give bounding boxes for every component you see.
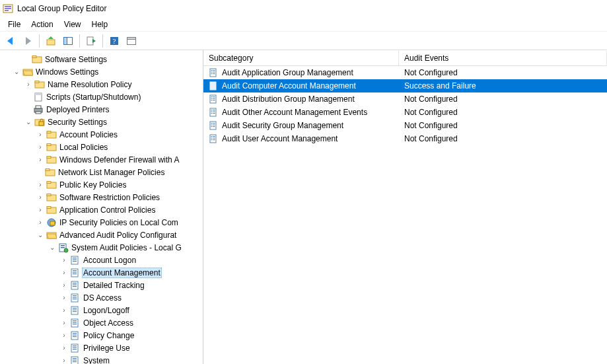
list-row[interactable]: Audit User Account ManagementNot Configu…	[203, 132, 607, 145]
svg-rect-82	[73, 349, 77, 349]
column-header-subcategory[interactable]: Subcategory	[203, 51, 399, 65]
menu-file[interactable]: File	[3, 18, 26, 30]
menu-action[interactable]: Action	[26, 18, 58, 30]
chevron-right-icon[interactable]: ›	[59, 293, 69, 303]
chevron-right-icon[interactable]: ›	[36, 143, 45, 152]
tree-node-deployed-printers[interactable]: Deployed Printers	[0, 103, 203, 116]
tree-node-security-settings[interactable]: ⌄ Security Settings	[0, 116, 203, 128]
chevron-right-icon[interactable]: ›	[36, 130, 45, 139]
tree-node-pkp[interactable]: › Public Key Policies	[0, 178, 203, 191]
chevron-down-icon[interactable]: ⌄	[48, 243, 57, 252]
svg-rect-85	[73, 359, 77, 360]
tree-label: Network List Manager Policies	[57, 168, 166, 177]
list-row[interactable]: Audit Application Group ManagementNot Co…	[203, 66, 607, 79]
help-button[interactable]: ?	[106, 34, 122, 48]
chevron-right-icon[interactable]: ›	[36, 218, 45, 227]
tree-node-wdf[interactable]: › Windows Defender Firewall with A	[0, 153, 203, 166]
tree-node-detailed-tracking[interactable]: ›Detailed Tracking	[0, 279, 203, 291]
chevron-right-icon[interactable]: ›	[36, 155, 45, 164]
chevron-right-icon[interactable]: ›	[59, 306, 69, 315]
svg-rect-66	[73, 299, 77, 299]
show-hide-tree-button[interactable]	[60, 34, 76, 48]
tree-node-aapc[interactable]: ⌄ Advanced Audit Policy Configurat	[0, 229, 203, 241]
tree-node-local-policies[interactable]: › Local Policies	[0, 141, 203, 153]
column-header-audit-events[interactable]: Audit Events	[399, 51, 607, 65]
tree-node-system[interactable]: ›System	[0, 354, 203, 364]
cell-audit-events: Not Configured	[399, 121, 607, 130]
chevron-right-icon[interactable]	[21, 55, 30, 64]
chevron-right-icon[interactable]: ›	[59, 268, 69, 277]
cell-subcategory: Audit User Account Management	[203, 133, 399, 144]
svg-rect-71	[71, 319, 78, 327]
tree-node-object-access[interactable]: ›Object Access	[0, 316, 203, 329]
list-row[interactable]: Audit Other Account Management EventsNot…	[203, 106, 607, 119]
window-title: Local Group Policy Editor	[17, 4, 106, 13]
folder-icon	[32, 54, 42, 65]
tree-node-logon-logoff[interactable]: ›Logon/Logoff	[0, 304, 203, 316]
tree-node-windows-settings[interactable]: ⌄ Windows Settings	[0, 65, 203, 78]
svg-rect-130	[213, 138, 215, 139]
svg-rect-111	[213, 100, 215, 100]
list-row[interactable]: Audit Security Group ManagementNot Confi…	[203, 119, 607, 132]
svg-rect-117	[211, 113, 213, 114]
chevron-right-icon[interactable]: ›	[59, 344, 69, 353]
tree-node-nlmp[interactable]: Network List Manager Policies	[0, 166, 203, 178]
tree-node-ipsec[interactable]: › IP Security Policies on Local Com	[0, 216, 203, 229]
audit-category-icon	[70, 318, 81, 328]
export-button[interactable]	[83, 34, 99, 48]
svg-rect-76	[73, 333, 77, 334]
tree-node-scripts[interactable]: Scripts (Startup/Shutdown)	[0, 91, 203, 103]
svg-rect-132	[213, 139, 215, 140]
tree-node-name-resolution[interactable]: › Name Resolution Policy	[0, 78, 203, 91]
tree-node-sap[interactable]: ⌄ System Audit Policies - Local G	[0, 241, 203, 254]
menu-help[interactable]: Help	[87, 18, 114, 30]
tree-node-acp[interactable]: › Application Control Policies	[0, 203, 203, 216]
tree-label: Advanced Audit Policy Configurat	[58, 231, 178, 240]
chevron-down-icon[interactable]: ⌄	[12, 67, 21, 77]
svg-rect-68	[73, 308, 77, 309]
chevron-right-icon[interactable]: ›	[59, 331, 69, 340]
properties-button[interactable]	[124, 34, 139, 48]
audit-category-icon	[70, 355, 81, 365]
list-body[interactable]: Audit Application Group ManagementNot Co…	[203, 66, 607, 364]
toolbar-separator	[79, 34, 80, 48]
svg-rect-98	[210, 82, 216, 90]
cell-audit-events: Not Configured	[399, 108, 607, 117]
chevron-right-icon[interactable]: ›	[36, 180, 45, 190]
svg-rect-69	[73, 309, 77, 310]
cell-audit-events: Not Configured	[399, 68, 607, 77]
svg-rect-49	[61, 247, 65, 248]
list-row[interactable]: Audit Computer Account ManagementSuccess…	[203, 79, 607, 92]
up-button[interactable]	[43, 34, 59, 48]
chevron-right-icon[interactable]: ›	[36, 193, 45, 202]
tree-node-ds-access[interactable]: ›DS Access	[0, 291, 203, 304]
audit-category-icon	[70, 268, 81, 278]
tree-node-policy-change[interactable]: ›Policy Change	[0, 329, 203, 342]
svg-rect-61	[73, 284, 77, 285]
tree-pane[interactable]: Software Settings ⌄ Windows Settings › N…	[0, 50, 203, 364]
chevron-down-icon[interactable]: ⌄	[24, 118, 33, 127]
chevron-right-icon[interactable]: ›	[59, 281, 69, 290]
tree-node-privilege-use[interactable]: ›Privilege Use	[0, 342, 203, 354]
tree-node-srp[interactable]: › Software Restriction Policies	[0, 191, 203, 203]
tree-node-account-management[interactable]: ›Account Management	[0, 266, 203, 279]
svg-rect-42	[47, 206, 51, 208]
chevron-right-icon[interactable]: ›	[24, 80, 33, 89]
folder-icon	[46, 192, 57, 203]
chevron-right-icon[interactable]: ›	[59, 356, 69, 365]
tree-node-software-settings[interactable]: Software Settings	[0, 53, 203, 65]
tree-node-account-policies[interactable]: › Account Policies	[0, 128, 203, 141]
toolbar-separator	[102, 34, 103, 48]
chevron-right-icon[interactable]: ›	[59, 318, 69, 328]
cell-audit-events: Not Configured	[399, 94, 607, 104]
forward-button[interactable]	[20, 34, 36, 48]
back-button[interactable]	[3, 34, 18, 48]
tree-label: Policy Change	[82, 331, 135, 340]
list-row[interactable]: Audit Distribution Group ManagementNot C…	[203, 92, 607, 106]
svg-rect-129	[211, 138, 213, 139]
tree-node-account-logon[interactable]: ›Account Logon	[0, 254, 203, 266]
chevron-right-icon[interactable]: ›	[59, 256, 69, 265]
chevron-right-icon[interactable]: ›	[36, 205, 45, 215]
chevron-down-icon[interactable]: ⌄	[36, 231, 45, 240]
menu-view[interactable]: View	[59, 18, 87, 30]
